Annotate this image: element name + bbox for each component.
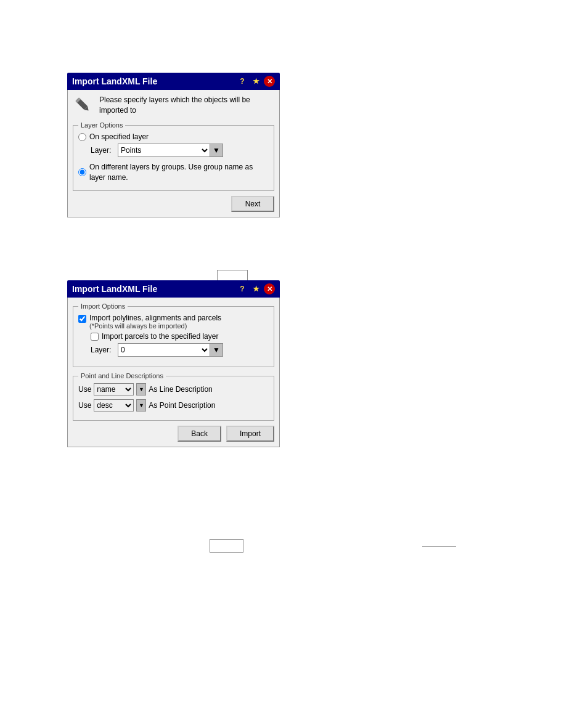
use2-suffix: As Point Description bbox=[149, 401, 215, 410]
next-button[interactable]: Next bbox=[231, 196, 274, 212]
back-button[interactable]: Back bbox=[178, 426, 221, 442]
checkbox1-text: Import polylines, alignments and parcels bbox=[89, 314, 221, 322]
dialog2-close-icon[interactable]: ✕ bbox=[264, 283, 275, 294]
import-options-fieldset: Import Options Import polylines, alignme… bbox=[73, 302, 274, 367]
import-button[interactable]: Import bbox=[226, 426, 274, 442]
dialog1-titlebar-icons: ? ★ ✕ bbox=[237, 76, 275, 87]
checkbox1-label[interactable]: Import polylines, alignments and parcels… bbox=[89, 314, 221, 330]
use1-label: Use bbox=[78, 385, 91, 394]
dialog1-header-row: Please specify layers which the objects … bbox=[73, 95, 274, 116]
checkbox1-input[interactable] bbox=[78, 315, 86, 323]
point-line-legend: Point and Line Descriptions bbox=[78, 372, 166, 379]
dialog1-close-icon[interactable]: ✕ bbox=[264, 76, 275, 87]
radio2-row: On different layers by groups. Use group… bbox=[78, 162, 269, 183]
checkbox1-subtext: (*Points will always be imported) bbox=[89, 322, 221, 330]
dialog2: Import LandXML File ? ★ ✕ Import Options… bbox=[67, 280, 280, 447]
floating-line bbox=[422, 546, 456, 546]
dialog1-header-text: Please specify layers which the objects … bbox=[99, 95, 274, 116]
use1-arrow[interactable]: ▼ bbox=[136, 383, 146, 396]
use2-select[interactable]: desc bbox=[94, 399, 134, 412]
layer-label: Layer: bbox=[91, 146, 114, 155]
use2-row: Use desc ▼ As Point Description bbox=[78, 399, 269, 412]
dialog1-star-icon[interactable]: ★ bbox=[250, 76, 261, 87]
radio1-row: On specified layer bbox=[78, 132, 269, 141]
dialog1-body: Please specify layers which the objects … bbox=[67, 90, 280, 217]
use1-suffix: As Line Description bbox=[149, 385, 212, 394]
dialog2-star-icon[interactable]: ★ bbox=[250, 283, 261, 294]
dialog2-title: Import LandXML File bbox=[72, 284, 237, 294]
dialog2-button-row: Back Import bbox=[73, 426, 274, 442]
dialog1: Import LandXML File ? ★ ✕ Please specify… bbox=[67, 73, 280, 217]
dialog2-layer-row: Layer: 0 ▼ bbox=[91, 343, 269, 357]
checkbox2-label[interactable]: Import parcels to the specified layer bbox=[102, 332, 218, 341]
layer-options-legend: Layer Options bbox=[78, 121, 125, 129]
use2-arrow[interactable]: ▼ bbox=[136, 399, 146, 412]
checkbox2-input[interactable] bbox=[91, 333, 99, 341]
use2-dropdown-container: desc ▼ bbox=[94, 399, 149, 412]
dialog2-help-icon[interactable]: ? bbox=[237, 283, 248, 294]
dialog2-layer-label: Layer: bbox=[91, 346, 114, 354]
use1-row: Use name ▼ As Line Description bbox=[78, 383, 269, 396]
dialog1-help-icon[interactable]: ? bbox=[237, 76, 248, 87]
checkbox2-row: Import parcels to the specified layer bbox=[91, 332, 269, 341]
checkbox1-row: Import polylines, alignments and parcels… bbox=[78, 314, 269, 330]
point-line-fieldset: Point and Line Descriptions Use name ▼ A… bbox=[73, 372, 274, 421]
layer-options-fieldset: Layer Options On specified layer Layer: … bbox=[73, 121, 274, 191]
floating-box2 bbox=[210, 539, 243, 553]
layer-dropdown-container: Points ▼ bbox=[118, 144, 223, 157]
import-options-legend: Import Options bbox=[78, 302, 128, 310]
layer-row: Layer: Points ▼ bbox=[91, 144, 269, 157]
dialog1-title: Import LandXML File bbox=[72, 76, 237, 86]
use1-dropdown-container: name ▼ bbox=[94, 383, 149, 396]
radio1-label[interactable]: On specified layer bbox=[89, 132, 149, 141]
dialog1-button-row: Next bbox=[73, 196, 274, 212]
radio2-input[interactable] bbox=[78, 168, 86, 176]
layer-dropdown-arrow[interactable]: ▼ bbox=[210, 144, 223, 157]
dialog2-titlebar: Import LandXML File ? ★ ✕ bbox=[67, 280, 280, 298]
radio2-label[interactable]: On different layers by groups. Use group… bbox=[89, 162, 269, 183]
use1-select[interactable]: name bbox=[94, 383, 134, 396]
dialog1-titlebar: Import LandXML File ? ★ ✕ bbox=[67, 73, 280, 90]
radio1-input[interactable] bbox=[78, 133, 86, 141]
pencil-svg bbox=[73, 95, 91, 113]
layer-select[interactable]: Points bbox=[118, 144, 210, 157]
dialog2-layer-dropdown-arrow[interactable]: ▼ bbox=[210, 343, 223, 357]
dialog2-body: Import Options Import polylines, alignme… bbox=[67, 298, 280, 447]
use2-label: Use bbox=[78, 401, 91, 410]
dialog2-layer-select[interactable]: 0 bbox=[118, 343, 210, 357]
dialog2-titlebar-icons: ? ★ ✕ bbox=[237, 283, 275, 294]
dialog1-pencil-icon bbox=[73, 95, 94, 116]
dialog2-layer-dropdown-container: 0 ▼ bbox=[118, 343, 223, 357]
